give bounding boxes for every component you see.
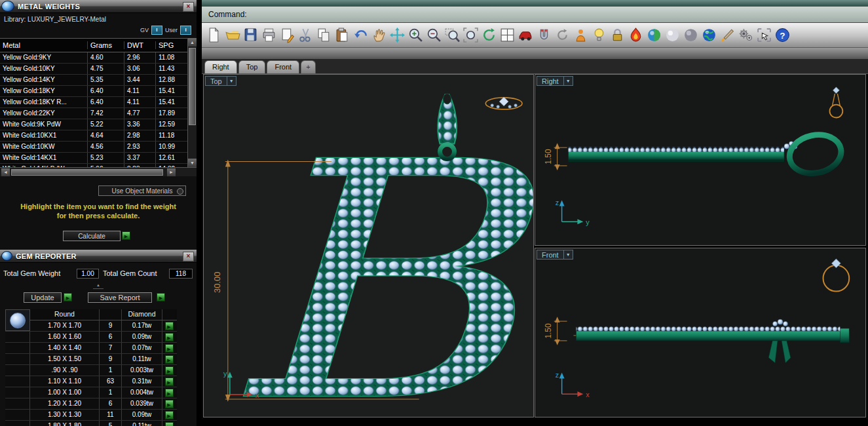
- save-report-button[interactable]: Save Report: [88, 292, 152, 303]
- cut-icon[interactable]: [297, 27, 314, 43]
- move-icon[interactable]: [389, 27, 406, 43]
- scroll-down-icon[interactable]: ▼: [188, 159, 197, 167]
- loop-arrow-icon[interactable]: [554, 27, 571, 43]
- add-viewport-tab-button[interactable]: +: [301, 60, 315, 73]
- front-viewport-canvas[interactable]: 1.50 z x: [535, 248, 865, 417]
- pan-icon[interactable]: [371, 27, 387, 43]
- viewport-top[interactable]: Top ▼ B: [203, 74, 534, 417]
- gem-row-detail-button[interactable]: ▶: [165, 355, 174, 364]
- gem-row-detail-button[interactable]: ▶: [165, 389, 174, 397]
- user-toggle-button[interactable]: I: [180, 26, 191, 35]
- metal-table-row[interactable]: Yellow Gold:18KY R...6.404.1115.41: [0, 97, 187, 108]
- metal-weights-close-icon[interactable]: ×: [183, 2, 194, 12]
- viewport-front[interactable]: Front ▼: [535, 248, 866, 417]
- rotate-view-icon[interactable]: [481, 27, 497, 43]
- gem-row-detail-button[interactable]: ▶: [165, 366, 174, 375]
- save-icon[interactable]: [242, 27, 259, 43]
- grid-view-icon[interactable]: [499, 27, 516, 43]
- chevron-down-icon[interactable]: ▼: [564, 76, 573, 86]
- orange-figure-icon[interactable]: [573, 27, 589, 43]
- metal-column-header-grams[interactable]: Grams: [88, 41, 124, 49]
- gem-table-row[interactable]: 1.10 X 1.10630.31tw▶: [5, 376, 177, 387]
- edit-notes-icon[interactable]: [279, 27, 295, 43]
- gem-preview-thumbnail[interactable]: [5, 309, 30, 331]
- use-object-materials-dropdown[interactable]: Use Object Materials: [98, 185, 186, 196]
- viewport-tab-top[interactable]: Top: [238, 60, 266, 73]
- gem-reporter-header[interactable]: GEM REPORTER: [0, 250, 197, 263]
- panel-collapse-handle[interactable]: ▲: [93, 282, 104, 289]
- gem-table-row[interactable]: 1.30 X 1.30110.09tw▶: [5, 410, 177, 421]
- viewport-front-label[interactable]: Front: [537, 250, 564, 260]
- metal-table-row[interactable]: Yellow Gold:18KY6.404.1115.41: [0, 86, 187, 97]
- update-arrow-button[interactable]: ▶: [64, 293, 72, 301]
- gem-row-detail-button[interactable]: ▶: [165, 322, 174, 330]
- metal-table-row[interactable]: White Gold:14KX15.233.3712.61: [0, 153, 187, 164]
- metal-table-vertical-scrollbar[interactable]: ▲ ▼: [187, 38, 197, 167]
- viewport-tab-front[interactable]: Front: [267, 60, 299, 73]
- print-icon[interactable]: [261, 27, 277, 43]
- metal-table-row[interactable]: White Gold:9K PdW5.223.3612.59: [0, 119, 187, 130]
- metal-weights-header[interactable]: METAL WEIGHTS: [0, 0, 197, 13]
- copy-icon[interactable]: [316, 27, 332, 43]
- gem-row-detail-button[interactable]: ▶: [165, 422, 174, 426]
- metal-column-header-metal[interactable]: Metal: [0, 41, 88, 49]
- chevron-down-icon[interactable]: ▼: [227, 76, 236, 86]
- viewport-right-label[interactable]: Right: [537, 76, 564, 86]
- gem-reporter-close-icon[interactable]: ×: [183, 252, 194, 261]
- new-file-icon[interactable]: [206, 27, 222, 43]
- gem-row-detail-button[interactable]: ▶: [165, 378, 174, 386]
- help-icon[interactable]: ?: [774, 27, 791, 43]
- metal-column-header-spg[interactable]: SPG: [156, 41, 187, 49]
- gem-table-row[interactable]: 1.80 X 1.8050.11tw▶: [5, 421, 177, 426]
- chevron-down-icon[interactable]: ▼: [564, 250, 573, 260]
- gem-table-row[interactable]: 1.20 X 1.2060.039tw▶: [5, 398, 177, 410]
- render-fire-icon[interactable]: [628, 27, 644, 43]
- update-button[interactable]: Update: [24, 292, 62, 303]
- viewport-right[interactable]: Right ▼: [535, 74, 866, 246]
- zoom-dynamic-icon[interactable]: [426, 27, 442, 43]
- metal-table-row[interactable]: Yellow Gold:14KY5.353.4412.88: [0, 75, 187, 86]
- calculate-arrow-button[interactable]: ▶: [122, 231, 130, 240]
- sphere-light-icon[interactable]: [664, 27, 681, 43]
- sphere-dark-icon[interactable]: [683, 27, 699, 43]
- red-car-icon[interactable]: [518, 27, 534, 43]
- gem-table-row[interactable]: 1.00 X 1.0010.004tw▶: [5, 387, 177, 398]
- gem-row-detail-button[interactable]: ▶: [165, 411, 174, 419]
- selection-target-icon[interactable]: [756, 27, 772, 43]
- metal-table-row[interactable]: Yellow Gold:9KY4.602.9611.08: [0, 52, 187, 64]
- scroll-left-icon[interactable]: ◄: [1, 168, 10, 176]
- scrollbar-thumb[interactable]: [11, 169, 163, 176]
- command-bar[interactable]: Command:: [202, 7, 868, 23]
- zoom-window-icon[interactable]: [444, 27, 461, 43]
- pendant-side-view[interactable]: [569, 130, 845, 178]
- paste-icon[interactable]: [334, 27, 350, 43]
- save-report-arrow-button[interactable]: ▶: [157, 293, 165, 301]
- zoom-icon[interactable]: [407, 27, 424, 43]
- metal-table-horizontal-scrollbar[interactable]: ◄ ►: [0, 167, 197, 176]
- brush-icon[interactable]: [719, 27, 736, 43]
- gem-table-row[interactable]: .90 X .9010.003tw▶: [5, 365, 177, 376]
- scroll-right-icon[interactable]: ►: [167, 168, 176, 176]
- metal-table-row[interactable]: Yellow Gold:22KY7.424.7717.89: [0, 108, 187, 119]
- gem-row-detail-button[interactable]: ▶: [165, 400, 174, 408]
- gem-table-row[interactable]: 1.70 X 1.7090.17tw▶: [5, 320, 177, 332]
- right-viewport-canvas[interactable]: 1.50 z y: [535, 75, 865, 245]
- gem-table-row[interactable]: 1.40 X 1.4070.07tw▶: [5, 343, 177, 354]
- gv-toggle-button[interactable]: I: [151, 26, 162, 35]
- metal-table-row[interactable]: Yellow Gold:10KY4.753.0611.43: [0, 64, 187, 75]
- metal-table-row[interactable]: White Gold:10KW4.562.9310.99: [0, 142, 187, 153]
- undo-icon[interactable]: [352, 27, 369, 43]
- top-viewport-canvas[interactable]: B: [204, 75, 533, 417]
- gem-row-detail-button[interactable]: ▶: [165, 344, 174, 353]
- viewport-top-label[interactable]: Top: [205, 76, 227, 86]
- material-sphere-icon[interactable]: [646, 27, 662, 43]
- gem-table-row[interactable]: 1.60 X 1.6060.09tw▶: [5, 332, 177, 343]
- metal-column-header-dwt[interactable]: DWT: [124, 41, 156, 49]
- viewport-tab-right[interactable]: Right: [204, 60, 237, 73]
- scrollbar-thumb[interactable]: [189, 48, 196, 125]
- earth-icon[interactable]: [701, 27, 717, 43]
- scroll-up-icon[interactable]: ▲: [188, 38, 197, 47]
- metal-table-row[interactable]: White Gold:10KX14.642.9811.18: [0, 130, 187, 142]
- gem-row-detail-button[interactable]: ▶: [165, 333, 174, 341]
- light-bulb-icon[interactable]: [591, 27, 607, 43]
